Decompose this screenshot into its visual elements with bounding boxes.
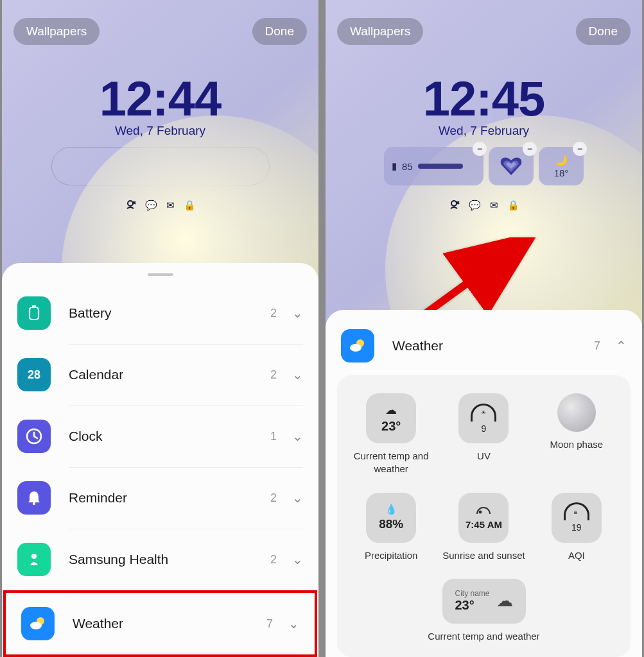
svg-point-17 [479, 511, 482, 514]
done-button[interactable]: Done [252, 18, 307, 45]
chevron-down-icon: ⌄ [292, 552, 303, 567]
messages-icon: 💬 [145, 200, 157, 212]
option-tile: ☀ 9 [458, 393, 509, 443]
wallpapers-button[interactable]: Wallpapers [13, 18, 100, 45]
weather-icon [341, 329, 374, 363]
weather-count: 7 [594, 339, 600, 353]
date-text: Wed, 7 February [2, 124, 318, 138]
category-label: Battery [69, 305, 270, 321]
option-tile: 💧 88% [366, 493, 416, 543]
svg-point-10 [451, 201, 457, 206]
category-label: Samsung Health [69, 552, 270, 567]
drag-handle[interactable] [148, 273, 173, 276]
date-text: Wed, 7 February [326, 124, 642, 138]
svg-point-6 [33, 502, 35, 505]
moon-icon [557, 393, 596, 432]
status-icons-row: 💬 ✉ 🔒 [326, 200, 642, 212]
category-count: 1 [270, 430, 277, 443]
option-label: Sunrise and sunset [442, 549, 525, 562]
chevron-down-icon: ⌄ [292, 305, 303, 321]
chevron-down-icon: ⌄ [288, 616, 299, 631]
category-row-calendar[interactable]: 28 Calendar 2 ⌄ [2, 344, 318, 405]
widget-categories-sheet: Battery 2 ⌄ 28 Calendar 2 ⌄ Clock 1 ⌄ Re… [2, 263, 318, 657]
option-label: UV [477, 450, 491, 463]
option-label: Moon phase [550, 438, 604, 451]
category-count: 2 [270, 368, 277, 382]
missed-call-icon [125, 200, 136, 212]
category-count: 2 [270, 307, 277, 320]
svg-line-14 [415, 244, 521, 321]
category-row-battery[interactable]: Battery 2 ⌄ [2, 282, 318, 344]
phone-left: Wallpapers Done 12:44 Wed, 7 February 💬 … [0, 0, 320, 657]
clock-block[interactable]: 12:44 Wed, 7 February [2, 71, 318, 138]
category-row-clock[interactable]: Clock 1 ⌄ [2, 405, 318, 467]
option-aqi[interactable]: ≡ 19 AQI [532, 493, 622, 562]
battery-widget[interactable]: ▮ 85 − [384, 147, 483, 185]
clock-block[interactable]: 12:45 Wed, 7 February [326, 71, 642, 138]
option-label: Current temp and weather [346, 450, 436, 476]
battery-icon [17, 296, 51, 330]
gauge-icon: ☀ [471, 404, 496, 422]
messages-icon: 💬 [469, 200, 481, 212]
lock-icon: 🔒 [507, 200, 519, 212]
category-label: Calendar [69, 367, 270, 382]
option-label: Precipitation [365, 549, 418, 562]
battery-value: 85 [402, 161, 413, 172]
category-label: Clock [69, 429, 270, 444]
lock-icon: 🔒 [184, 200, 196, 212]
category-row-samsung-health[interactable]: Samsung Health 2 ⌄ [2, 529, 318, 590]
svg-point-7 [31, 554, 37, 559]
temp-value: 18° [554, 167, 569, 178]
time-text: 12:45 [326, 71, 642, 126]
svg-point-0 [128, 201, 133, 206]
option-moon-phase[interactable]: Moon phase [532, 393, 622, 476]
option-current-temp[interactable]: ☁ 23° Current temp and weather [346, 393, 436, 476]
category-count: 7 [266, 617, 273, 631]
city-label: City name [455, 589, 489, 598]
weather-icon [21, 607, 55, 640]
wallpapers-button[interactable]: Wallpapers [337, 18, 423, 45]
reminder-icon [17, 481, 51, 515]
remove-widget-button[interactable]: − [473, 142, 487, 156]
missed-call-icon [448, 200, 460, 212]
remove-widget-button[interactable]: − [573, 142, 587, 156]
option-value: 23° [381, 419, 401, 434]
drop-icon: 💧 [385, 504, 397, 515]
weather-options-grid: ☁ 23° Current temp and weather ☀ 9 UV Mo… [337, 375, 631, 657]
mail-icon: ✉ [166, 200, 175, 212]
health-icon [17, 543, 51, 576]
category-label: Reminder [69, 490, 270, 506]
clock-icon [17, 420, 51, 453]
weather-sheet-header[interactable]: Weather 7 ⌃ [326, 325, 642, 375]
chevron-down-icon: ⌄ [292, 490, 303, 506]
category-row-weather[interactable]: Weather 7 ⌄ [3, 590, 317, 657]
option-label: Current temp and weather [428, 630, 539, 643]
sunrise-icon [474, 505, 492, 517]
option-tile: ≡ 19 [552, 493, 602, 543]
weather-widget[interactable]: 🌙 18° − [539, 147, 584, 185]
category-count: 2 [270, 553, 277, 567]
heart-widget[interactable]: − [489, 147, 534, 185]
category-row-reminder[interactable]: Reminder 2 ⌄ [2, 467, 318, 529]
option-sunrise-sunset[interactable]: 7:45 AM Sunrise and sunset [439, 493, 528, 562]
svg-point-9 [30, 622, 42, 629]
remove-widget-button[interactable]: − [523, 142, 537, 156]
option-value: 88% [379, 517, 403, 531]
category-label: Weather [73, 616, 266, 631]
svg-rect-3 [30, 307, 39, 320]
battery-bar [418, 164, 463, 169]
option-uv[interactable]: ☀ 9 UV [439, 393, 528, 476]
weather-options-sheet: Weather 7 ⌃ ☁ 23° Current temp and weath… [326, 310, 642, 657]
time-text: 12:44 [2, 71, 318, 126]
done-button[interactable]: Done [576, 18, 631, 45]
phone-right: Wallpapers Done 12:45 Wed, 7 February ▮ … [324, 0, 644, 657]
heart-icon [500, 156, 523, 176]
battery-icon: ▮ [392, 160, 397, 172]
calendar-icon: 28 [17, 358, 51, 391]
empty-widget-slot[interactable] [51, 147, 270, 185]
option-precipitation[interactable]: 💧 88% Precipitation [346, 493, 436, 562]
cloud-icon: ☁ [385, 403, 397, 417]
option-tile: ☁ 23° [366, 393, 416, 443]
chevron-up-icon: ⌃ [616, 338, 627, 354]
option-city-temp[interactable]: City name 23° ☁ Current temp and weather [345, 579, 623, 643]
